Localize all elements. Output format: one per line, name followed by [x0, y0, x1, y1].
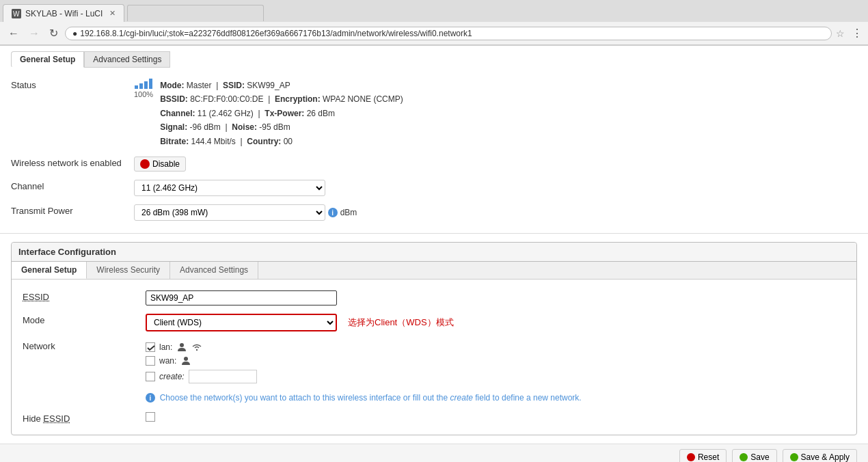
signal-value: -96 dBm [190, 122, 221, 132]
signal-indicator: 100% [134, 79, 153, 98]
bssid-value: 8C:FD:F0:00:C0:DE [190, 94, 263, 104]
network-value: lan: [146, 340, 845, 404]
bitrate-value: 144.4 Mbit/s [191, 137, 236, 146]
tab-close-button[interactable]: ✕ [109, 9, 116, 18]
mode-label: Mode [23, 314, 146, 325]
network-help-2: field to define a new network. [475, 393, 581, 403]
inner-tab-wireless-security[interactable]: Wireless Security [87, 262, 170, 279]
nav-bar: ← → ↻ ● 192.168.8.1/cgi-bin/luci/;stok=a… [0, 22, 868, 45]
wan-checkbox[interactable] [146, 356, 155, 366]
tab-bar: W SKYLAB - Wifi - LuCI ✕ [0, 0, 868, 22]
channel-status-label: Channel: [160, 109, 195, 118]
hide-essid-value [146, 412, 845, 424]
transmit-power-value: 26 dBm (398 mW) i dBm [134, 204, 857, 221]
network-row: Network lan: [23, 336, 845, 408]
network-create-italic: create [450, 393, 473, 403]
browser-chrome: W SKYLAB - Wifi - LuCI ✕ ← → ↻ ● 192.168… [0, 0, 868, 46]
lock-icon: ● [72, 29, 77, 38]
ssid-label: SSID: [223, 81, 245, 90]
mode-hint: 选择为Client（WDS）模式 [348, 316, 454, 329]
transmit-power-row: Transmit Power 26 dBm (398 mW) i dBm [11, 200, 857, 225]
reset-button[interactable]: Reset [679, 449, 727, 463]
create-input[interactable] [189, 370, 257, 383]
interface-body: ESSID Mode Client (WDS) 选择为Client（WDS）模式 [12, 280, 856, 435]
interface-config-section: Interface Configuration General Setup Wi… [11, 242, 857, 435]
svg-point-3 [184, 357, 188, 361]
inner-tabs: General Setup Wireless Security Advanced… [12, 262, 856, 280]
bar1 [135, 85, 138, 89]
country-value: 00 [284, 137, 293, 146]
mode-value: Client (WDS) 选择为Client（WDS）模式 [146, 314, 845, 331]
channel-status-value: 11 (2.462 GHz) [198, 109, 254, 118]
bar3 [144, 81, 148, 89]
transmit-power-select[interactable]: 26 dBm (398 mW) [134, 204, 325, 221]
network-info-icon: i [146, 393, 155, 403]
save-button[interactable]: Save [732, 449, 776, 463]
mode-value: Master [187, 81, 212, 90]
ssid-value: SKW99_AP [247, 81, 290, 90]
channel-label: Channel [11, 180, 134, 191]
forward-button[interactable]: → [26, 26, 42, 41]
save-icon [740, 453, 748, 461]
channel-select[interactable]: 11 (2.462 GHz) [134, 180, 325, 196]
reload-button[interactable]: ↻ [46, 25, 61, 41]
bookmark-button[interactable]: ☆ [836, 28, 845, 39]
bitrate-label: Bitrate: [160, 137, 189, 146]
network-option-create: create: [146, 370, 845, 383]
disable-label: Disable [152, 159, 180, 169]
dbm-info: i dBm [328, 208, 357, 217]
lan-label: lan: [159, 342, 172, 352]
hide-essid-checkbox[interactable] [146, 412, 155, 422]
noise-value: -95 dBm [259, 122, 290, 132]
browser-tab[interactable]: W SKYLAB - Wifi - LuCI ✕ [3, 4, 124, 22]
tab-advanced-settings[interactable]: Advanced Settings [84, 51, 170, 68]
essid-value [146, 290, 845, 305]
url-text: 192.168.8.1/cgi-bin/luci/;stok=a223276dd… [80, 29, 824, 38]
hide-essid-label: Hide ESSID [23, 412, 146, 424]
svg-point-2 [180, 343, 184, 347]
menu-button[interactable]: ⋮ [852, 27, 863, 40]
mode-row: Mode Client (WDS) 选择为Client（WDS）模式 [23, 310, 845, 336]
inner-tab-general-setup[interactable]: General Setup [12, 262, 87, 279]
network-help-text: i Choose the network(s) you want to atta… [146, 392, 845, 404]
txpower-label: Tx-Power: [265, 109, 304, 118]
status-value: 100% Mode: Master | SSID: SKW99_AP BSSID… [134, 79, 857, 148]
txpower-value: 26 dBm [307, 109, 335, 118]
create-label: create: [159, 372, 185, 381]
mode-label: Mode: [160, 81, 184, 90]
network-label: Network [23, 340, 146, 351]
tab-general-setup[interactable]: General Setup [11, 51, 84, 68]
lan-wifi-icon [191, 342, 202, 352]
wireless-enabled-label: Wireless network is enabled [11, 157, 134, 168]
top-section: General Setup Advanced Settings Status 1… [0, 46, 868, 234]
noise-label: Noise: [232, 122, 257, 132]
save-apply-button[interactable]: Save & Apply [783, 449, 857, 463]
inner-tab-advanced-settings[interactable]: Advanced Settings [170, 262, 258, 279]
wan-person-icon [180, 356, 191, 366]
interface-config-label: Interface Configuration [18, 247, 116, 257]
back-button[interactable]: ← [5, 26, 22, 41]
disable-button[interactable]: Disable [134, 157, 186, 172]
network-option-wan: wan: [146, 356, 845, 366]
lan-checkbox[interactable] [146, 342, 155, 352]
encryption-label: Encryption: [275, 94, 321, 104]
signal-label: Signal: [160, 122, 187, 132]
mode-select[interactable]: Client (WDS) [146, 314, 337, 331]
page-content: General Setup Advanced Settings Status 1… [0, 46, 868, 444]
signal-bars [135, 79, 152, 89]
interface-config-title: Interface Configuration [12, 243, 856, 262]
channel-value: 11 (2.462 GHz) [134, 180, 857, 196]
page-footer: Reset Save Save & Apply [0, 444, 868, 462]
address-bar[interactable]: ● 192.168.8.1/cgi-bin/luci/;stok=a223276… [65, 27, 832, 40]
bar2 [139, 83, 143, 89]
bssid-label: BSSID: [160, 94, 188, 104]
network-options: lan: [146, 342, 845, 404]
wireless-enabled-value: Disable [134, 157, 857, 172]
create-checkbox[interactable] [146, 372, 155, 381]
status-row: Status 100% Mode: Master | [11, 74, 857, 152]
status-label: Status [11, 79, 134, 90]
signal-percent: 100% [134, 90, 153, 98]
essid-input[interactable] [146, 290, 337, 305]
wireless-enabled-row: Wireless network is enabled Disable [11, 152, 857, 176]
save-apply-label: Save & Apply [801, 452, 850, 462]
